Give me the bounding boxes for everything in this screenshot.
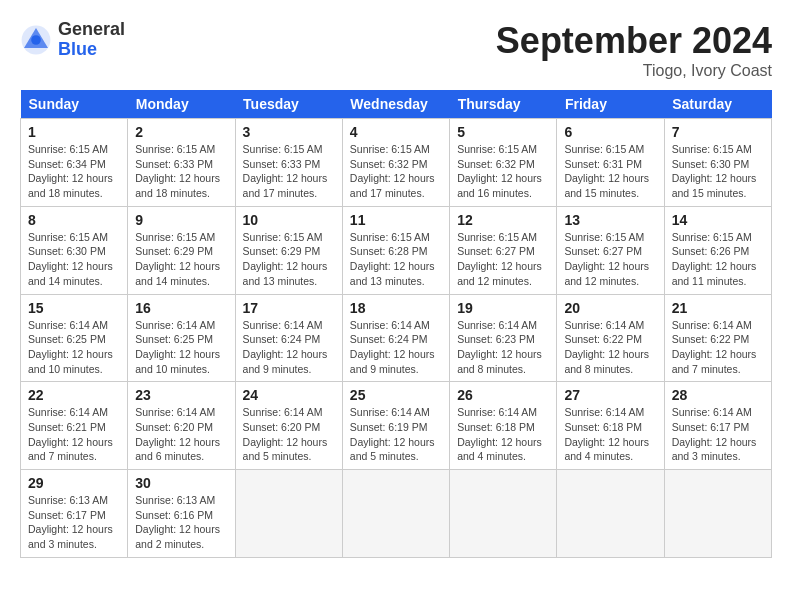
day-info: Sunrise: 6:15 AMSunset: 6:32 PMDaylight:… <box>457 142 549 201</box>
day-number: 9 <box>135 212 227 228</box>
page-header: General Blue September 2024 Tiogo, Ivory… <box>20 20 772 80</box>
table-row: 19Sunrise: 6:14 AMSunset: 6:23 PMDayligh… <box>450 294 557 382</box>
calendar-week-row: 8Sunrise: 6:15 AMSunset: 6:30 PMDaylight… <box>21 206 772 294</box>
day-number: 26 <box>457 387 549 403</box>
day-number: 5 <box>457 124 549 140</box>
table-row: 6Sunrise: 6:15 AMSunset: 6:31 PMDaylight… <box>557 119 664 207</box>
day-number: 4 <box>350 124 442 140</box>
day-info: Sunrise: 6:15 AMSunset: 6:31 PMDaylight:… <box>564 142 656 201</box>
day-info: Sunrise: 6:14 AMSunset: 6:18 PMDaylight:… <box>564 405 656 464</box>
table-row: 18Sunrise: 6:14 AMSunset: 6:24 PMDayligh… <box>342 294 449 382</box>
day-info: Sunrise: 6:15 AMSunset: 6:29 PMDaylight:… <box>135 230 227 289</box>
day-info: Sunrise: 6:14 AMSunset: 6:23 PMDaylight:… <box>457 318 549 377</box>
day-info: Sunrise: 6:14 AMSunset: 6:21 PMDaylight:… <box>28 405 120 464</box>
table-row: 22Sunrise: 6:14 AMSunset: 6:21 PMDayligh… <box>21 382 128 470</box>
day-number: 20 <box>564 300 656 316</box>
calendar-cell-empty <box>450 470 557 558</box>
table-row: 8Sunrise: 6:15 AMSunset: 6:30 PMDaylight… <box>21 206 128 294</box>
day-number: 2 <box>135 124 227 140</box>
day-info: Sunrise: 6:15 AMSunset: 6:33 PMDaylight:… <box>135 142 227 201</box>
col-sunday: Sunday <box>21 90 128 119</box>
day-info: Sunrise: 6:14 AMSunset: 6:20 PMDaylight:… <box>243 405 335 464</box>
day-number: 19 <box>457 300 549 316</box>
day-number: 29 <box>28 475 120 491</box>
table-row: 15Sunrise: 6:14 AMSunset: 6:25 PMDayligh… <box>21 294 128 382</box>
day-number: 7 <box>672 124 764 140</box>
day-info: Sunrise: 6:15 AMSunset: 6:34 PMDaylight:… <box>28 142 120 201</box>
day-info: Sunrise: 6:15 AMSunset: 6:33 PMDaylight:… <box>243 142 335 201</box>
day-number: 6 <box>564 124 656 140</box>
calendar-table: Sunday Monday Tuesday Wednesday Thursday… <box>20 90 772 558</box>
day-info: Sunrise: 6:15 AMSunset: 6:27 PMDaylight:… <box>564 230 656 289</box>
calendar-header-row: Sunday Monday Tuesday Wednesday Thursday… <box>21 90 772 119</box>
day-info: Sunrise: 6:14 AMSunset: 6:19 PMDaylight:… <box>350 405 442 464</box>
table-row: 2Sunrise: 6:15 AMSunset: 6:33 PMDaylight… <box>128 119 235 207</box>
day-number: 15 <box>28 300 120 316</box>
day-info: Sunrise: 6:14 AMSunset: 6:24 PMDaylight:… <box>350 318 442 377</box>
table-row: 5Sunrise: 6:15 AMSunset: 6:32 PMDaylight… <box>450 119 557 207</box>
svg-point-2 <box>31 35 41 45</box>
table-row: 1Sunrise: 6:15 AMSunset: 6:34 PMDaylight… <box>21 119 128 207</box>
day-info: Sunrise: 6:14 AMSunset: 6:17 PMDaylight:… <box>672 405 764 464</box>
calendar-week-row: 22Sunrise: 6:14 AMSunset: 6:21 PMDayligh… <box>21 382 772 470</box>
day-number: 16 <box>135 300 227 316</box>
table-row: 11Sunrise: 6:15 AMSunset: 6:28 PMDayligh… <box>342 206 449 294</box>
day-info: Sunrise: 6:15 AMSunset: 6:30 PMDaylight:… <box>672 142 764 201</box>
logo-icon <box>20 24 52 56</box>
table-row: 12Sunrise: 6:15 AMSunset: 6:27 PMDayligh… <box>450 206 557 294</box>
day-number: 24 <box>243 387 335 403</box>
day-number: 8 <box>28 212 120 228</box>
calendar-week-row: 29Sunrise: 6:13 AMSunset: 6:17 PMDayligh… <box>21 470 772 558</box>
day-info: Sunrise: 6:15 AMSunset: 6:26 PMDaylight:… <box>672 230 764 289</box>
col-monday: Monday <box>128 90 235 119</box>
table-row: 20Sunrise: 6:14 AMSunset: 6:22 PMDayligh… <box>557 294 664 382</box>
table-row: 10Sunrise: 6:15 AMSunset: 6:29 PMDayligh… <box>235 206 342 294</box>
day-number: 30 <box>135 475 227 491</box>
day-number: 13 <box>564 212 656 228</box>
col-tuesday: Tuesday <box>235 90 342 119</box>
day-number: 28 <box>672 387 764 403</box>
location-subtitle: Tiogo, Ivory Coast <box>496 62 772 80</box>
table-row: 4Sunrise: 6:15 AMSunset: 6:32 PMDaylight… <box>342 119 449 207</box>
col-saturday: Saturday <box>664 90 771 119</box>
calendar-cell-empty <box>235 470 342 558</box>
day-number: 1 <box>28 124 120 140</box>
day-info: Sunrise: 6:15 AMSunset: 6:30 PMDaylight:… <box>28 230 120 289</box>
table-row: 16Sunrise: 6:14 AMSunset: 6:25 PMDayligh… <box>128 294 235 382</box>
calendar-week-row: 15Sunrise: 6:14 AMSunset: 6:25 PMDayligh… <box>21 294 772 382</box>
logo-blue-text: Blue <box>58 40 125 60</box>
logo: General Blue <box>20 20 125 60</box>
table-row: 13Sunrise: 6:15 AMSunset: 6:27 PMDayligh… <box>557 206 664 294</box>
calendar-cell-empty <box>342 470 449 558</box>
day-number: 11 <box>350 212 442 228</box>
day-info: Sunrise: 6:14 AMSunset: 6:20 PMDaylight:… <box>135 405 227 464</box>
day-number: 21 <box>672 300 764 316</box>
calendar-cell-empty <box>664 470 771 558</box>
table-row: 24Sunrise: 6:14 AMSunset: 6:20 PMDayligh… <box>235 382 342 470</box>
table-row: 23Sunrise: 6:14 AMSunset: 6:20 PMDayligh… <box>128 382 235 470</box>
table-row: 17Sunrise: 6:14 AMSunset: 6:24 PMDayligh… <box>235 294 342 382</box>
day-number: 18 <box>350 300 442 316</box>
day-number: 3 <box>243 124 335 140</box>
day-number: 10 <box>243 212 335 228</box>
col-wednesday: Wednesday <box>342 90 449 119</box>
day-number: 25 <box>350 387 442 403</box>
day-info: Sunrise: 6:15 AMSunset: 6:28 PMDaylight:… <box>350 230 442 289</box>
table-row: 30Sunrise: 6:13 AMSunset: 6:16 PMDayligh… <box>128 470 235 558</box>
table-row: 27Sunrise: 6:14 AMSunset: 6:18 PMDayligh… <box>557 382 664 470</box>
table-row: 14Sunrise: 6:15 AMSunset: 6:26 PMDayligh… <box>664 206 771 294</box>
day-number: 17 <box>243 300 335 316</box>
day-number: 23 <box>135 387 227 403</box>
table-row: 7Sunrise: 6:15 AMSunset: 6:30 PMDaylight… <box>664 119 771 207</box>
day-info: Sunrise: 6:13 AMSunset: 6:16 PMDaylight:… <box>135 493 227 552</box>
month-year-title: September 2024 <box>496 20 772 62</box>
table-row: 26Sunrise: 6:14 AMSunset: 6:18 PMDayligh… <box>450 382 557 470</box>
table-row: 3Sunrise: 6:15 AMSunset: 6:33 PMDaylight… <box>235 119 342 207</box>
day-number: 12 <box>457 212 549 228</box>
calendar-cell-empty <box>557 470 664 558</box>
day-number: 27 <box>564 387 656 403</box>
day-info: Sunrise: 6:15 AMSunset: 6:29 PMDaylight:… <box>243 230 335 289</box>
logo-text: General Blue <box>58 20 125 60</box>
day-info: Sunrise: 6:13 AMSunset: 6:17 PMDaylight:… <box>28 493 120 552</box>
day-info: Sunrise: 6:15 AMSunset: 6:27 PMDaylight:… <box>457 230 549 289</box>
